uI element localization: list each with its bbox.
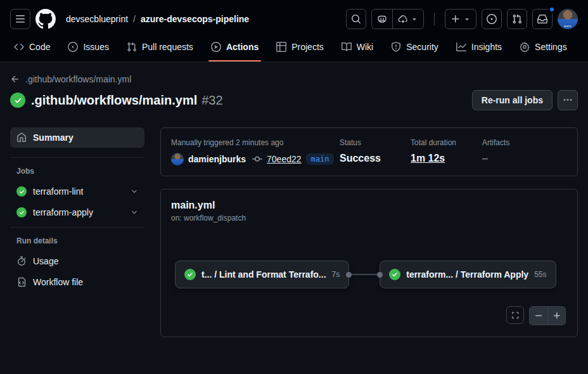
workflow-trigger: on: workflow_dispatch xyxy=(171,214,567,222)
tab-label: Actions xyxy=(226,42,259,52)
gear-icon xyxy=(520,42,530,52)
tab-issues[interactable]: Issues xyxy=(59,32,117,61)
pull-requests-button[interactable] xyxy=(507,9,527,29)
cloud-icon xyxy=(398,14,408,24)
artifacts-label: Artifacts xyxy=(482,138,509,147)
breadcrumb-separator: / xyxy=(133,14,136,24)
sidebar-item-usage[interactable]: Usage xyxy=(10,256,144,266)
issues-button[interactable] xyxy=(482,9,502,29)
workflow-file-name: main.yml xyxy=(171,200,567,211)
user-avatar[interactable]: aws xyxy=(558,9,578,29)
issue-opened-icon xyxy=(487,14,497,24)
plus-icon xyxy=(553,311,561,320)
tab-label: Wiki xyxy=(357,42,373,52)
shield-icon xyxy=(391,42,401,52)
actor-avatar[interactable] xyxy=(171,153,184,165)
rerun-all-jobs-button[interactable]: Re-run all jobs xyxy=(472,90,553,110)
tab-pull-requests[interactable]: Pull requests xyxy=(118,32,202,61)
edge-dot xyxy=(377,272,383,278)
success-check-circle-icon xyxy=(16,186,27,197)
zoom-controls xyxy=(529,306,566,325)
duration-value-link[interactable]: 1m 12s xyxy=(411,153,482,164)
tab-code[interactable]: Code xyxy=(5,32,59,61)
zoom-in-button[interactable] xyxy=(547,307,565,325)
tab-wiki[interactable]: Wiki xyxy=(333,32,382,61)
graph-icon xyxy=(456,42,466,52)
triangle-down-icon xyxy=(411,15,418,23)
tab-label: Insights xyxy=(471,42,502,52)
tab-projects[interactable]: Projects xyxy=(267,32,333,61)
screen-full-icon xyxy=(511,311,520,319)
git-pull-request-icon xyxy=(512,14,522,24)
global-header: devsecblueprint / azure-devsecops-pipeli… xyxy=(0,0,588,32)
file-code-icon xyxy=(16,277,27,287)
breadcrumb-repo-link[interactable]: azure-devsecops-pipeline xyxy=(141,14,249,24)
unread-notification-dot xyxy=(549,6,555,13)
back-link-label: .github/workflows/main.yml xyxy=(25,74,131,84)
workflow-graph: t... / Lint and Format Terrafo... 7s ter… xyxy=(175,261,567,288)
zoom-out-button[interactable] xyxy=(530,307,547,325)
avatar-shirt-text: aws xyxy=(558,24,578,28)
branch-badge[interactable]: main xyxy=(306,153,335,165)
chevron-down-icon[interactable] xyxy=(131,188,138,195)
kebab-horizontal-icon xyxy=(563,95,573,105)
chevron-down-icon[interactable] xyxy=(131,209,138,216)
table-icon xyxy=(276,42,286,52)
tab-label: Code xyxy=(29,42,50,52)
hamburger-menu-button[interactable] xyxy=(10,9,30,29)
stopwatch-icon xyxy=(16,256,27,266)
node-duration: 55s xyxy=(534,270,546,279)
code-icon xyxy=(14,42,24,52)
status-label: Status xyxy=(340,138,411,147)
node-duration: 7s xyxy=(332,270,340,279)
tab-label: Pull requests xyxy=(142,42,193,52)
actor-link[interactable]: damienjburks xyxy=(188,154,246,164)
copilot-dropdown[interactable] xyxy=(392,10,423,29)
arrow-left-icon xyxy=(10,74,20,84)
sidebar-item-workflow-file[interactable]: Workflow file xyxy=(10,277,144,287)
search-icon xyxy=(351,14,361,24)
three-bars-icon xyxy=(15,14,25,24)
copilot-icon xyxy=(372,10,392,29)
fit-view-button[interactable] xyxy=(506,306,524,324)
job-name: terraform-apply xyxy=(33,207,93,217)
sidebar-item-label: Usage xyxy=(33,256,58,266)
github-mark-icon[interactable] xyxy=(35,9,56,29)
run-sidebar: Summary Jobs terraform-lint xyxy=(10,127,144,337)
tab-security[interactable]: Security xyxy=(382,32,447,61)
sidebar-job-terraform-lint[interactable]: terraform-lint xyxy=(10,186,144,197)
graph-edge xyxy=(346,272,383,278)
commit-sha-link[interactable]: 70eed22 xyxy=(267,154,302,164)
plus-icon xyxy=(451,14,461,24)
git-pull-request-icon xyxy=(127,42,137,52)
search-button[interactable] xyxy=(346,9,366,29)
back-to-workflow-link[interactable]: .github/workflows/main.yml xyxy=(10,74,131,84)
sidebar-job-terraform-apply[interactable]: terraform-apply xyxy=(10,207,144,217)
graph-node-terraform-apply[interactable]: terraform... / Terraform Apply 55s xyxy=(380,261,556,288)
tab-insights[interactable]: Insights xyxy=(447,32,511,61)
copilot-button[interactable] xyxy=(371,9,424,29)
run-number: #32 xyxy=(201,93,222,108)
tab-settings[interactable]: Settings xyxy=(511,32,576,61)
tab-label: Security xyxy=(406,42,438,52)
artifacts-value: – xyxy=(482,153,509,164)
run-title-row: .github/workflows/main.yml #32 Re-run al… xyxy=(10,90,578,110)
workflow-graph-card: main.yml on: workflow_dispatch t... / Li… xyxy=(160,189,578,337)
sidebar-item-summary[interactable]: Summary xyxy=(10,127,144,148)
home-icon xyxy=(16,132,27,143)
duration-label: Total duration xyxy=(411,138,482,147)
issue-opened-icon xyxy=(68,42,78,52)
run-details-section: Run details Usage Workflow file xyxy=(10,227,144,287)
breadcrumb: devsecblueprint / azure-devsecops-pipeli… xyxy=(66,14,249,24)
run-options-kebab-button[interactable] xyxy=(558,90,578,110)
tab-actions[interactable]: Actions xyxy=(202,32,267,61)
edge-line xyxy=(352,274,377,275)
tab-label: Settings xyxy=(535,42,567,52)
breadcrumb-owner-link[interactable]: devsecblueprint xyxy=(66,14,128,24)
create-new-button[interactable] xyxy=(445,9,476,29)
graph-node-terraform-lint[interactable]: t... / Lint and Format Terrafo... 7s xyxy=(175,261,349,288)
book-icon xyxy=(342,42,352,52)
page-content: .github/workflows/main.yml .github/workf… xyxy=(0,74,588,337)
node-label: terraform... / Terraform Apply xyxy=(406,269,528,280)
job-name: terraform-lint xyxy=(33,186,83,197)
